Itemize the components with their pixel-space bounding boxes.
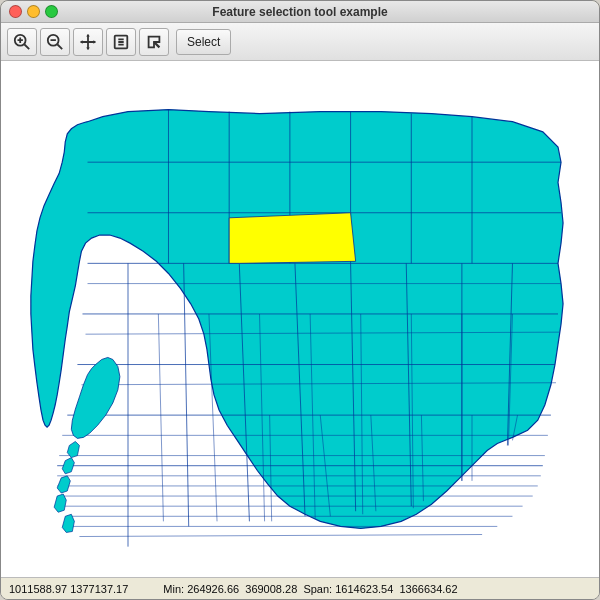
zoom-in-button[interactable] [7, 28, 37, 56]
span-x: 1614623.54 [335, 583, 393, 595]
main-window: Feature selection tool example [0, 0, 600, 600]
svg-line-5 [57, 44, 62, 49]
window-title: Feature selection tool example [212, 5, 387, 19]
status-bar: 1011588.97 1377137.17 Min: 264926.66 369… [1, 577, 599, 599]
toolbar: Select [1, 23, 599, 61]
map-view[interactable] [1, 61, 599, 577]
zoom-out-button[interactable] [40, 28, 70, 56]
min-x: 264926.66 [187, 583, 239, 595]
span-y: 1366634.62 [399, 583, 457, 595]
info-button[interactable] [106, 28, 136, 56]
close-button[interactable] [9, 5, 22, 18]
min-label: Min: [163, 583, 184, 595]
select-button[interactable]: Select [176, 29, 231, 55]
svg-marker-10 [86, 47, 90, 50]
map-svg [1, 61, 599, 577]
extent-info: Min: 264926.66 369008.28 Span: 1614623.5… [163, 583, 457, 595]
cursor-coordinates: 1011588.97 1377137.17 [9, 583, 128, 595]
minimize-button[interactable] [27, 5, 40, 18]
svg-line-1 [24, 44, 29, 49]
span-label: Span: [303, 583, 332, 595]
title-bar: Feature selection tool example [1, 1, 599, 23]
maximize-button[interactable] [45, 5, 58, 18]
svg-marker-12 [93, 40, 96, 44]
svg-marker-9 [86, 33, 90, 36]
select-tool-button[interactable] [139, 28, 169, 56]
pan-button[interactable] [73, 28, 103, 56]
window-controls [9, 5, 58, 18]
min-y: 369008.28 [245, 583, 297, 595]
svg-marker-11 [80, 40, 83, 44]
